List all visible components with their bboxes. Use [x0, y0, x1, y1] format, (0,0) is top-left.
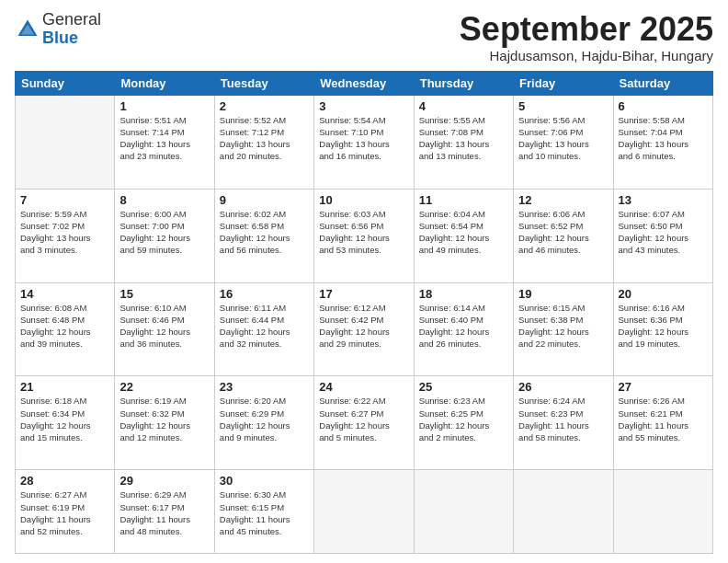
calendar-cell	[414, 470, 513, 554]
day-number: 12	[518, 193, 608, 207]
calendar-cell: 3Sunrise: 5:54 AM Sunset: 7:10 PM Daylig…	[314, 95, 414, 189]
day-number: 3	[319, 99, 408, 113]
day-info: Sunrise: 6:07 AM Sunset: 6:50 PM Dayligh…	[619, 208, 708, 257]
day-info: Sunrise: 6:12 AM Sunset: 6:42 PM Dayligh…	[319, 302, 408, 350]
calendar-week-row: 1Sunrise: 5:51 AM Sunset: 7:14 PM Daylig…	[16, 95, 713, 189]
day-info: Sunrise: 6:03 AM Sunset: 6:56 PM Dayligh…	[319, 208, 408, 257]
day-info: Sunrise: 6:00 AM Sunset: 7:00 PM Dayligh…	[119, 208, 209, 257]
month-title: September 2025	[460, 11, 713, 48]
day-number: 27	[619, 380, 708, 394]
calendar-cell: 16Sunrise: 6:11 AM Sunset: 6:44 PM Dayli…	[214, 282, 313, 376]
day-number: 11	[419, 193, 508, 207]
day-info: Sunrise: 6:27 AM Sunset: 6:19 PM Dayligh…	[20, 488, 109, 537]
day-number: 15	[119, 287, 209, 301]
calendar-cell: 15Sunrise: 6:10 AM Sunset: 6:46 PM Dayli…	[115, 282, 214, 376]
day-number: 26	[518, 380, 608, 394]
logo-blue: Blue	[42, 29, 78, 47]
day-number: 6	[619, 99, 708, 113]
day-info: Sunrise: 6:15 AM Sunset: 6:38 PM Dayligh…	[518, 302, 608, 350]
day-info: Sunrise: 6:29 AM Sunset: 6:17 PM Dayligh…	[119, 488, 209, 537]
day-number: 5	[518, 99, 608, 113]
calendar-cell	[613, 470, 712, 554]
day-number: 7	[20, 193, 109, 207]
day-info: Sunrise: 6:16 AM Sunset: 6:36 PM Dayligh…	[619, 302, 708, 350]
day-info: Sunrise: 6:06 AM Sunset: 6:52 PM Dayligh…	[518, 208, 608, 257]
weekday-header-sunday: Sunday	[16, 71, 115, 95]
weekday-header-wednesday: Wednesday	[314, 71, 414, 95]
day-number: 21	[20, 380, 109, 394]
day-info: Sunrise: 5:59 AM Sunset: 7:02 PM Dayligh…	[20, 208, 109, 257]
calendar-cell: 7Sunrise: 5:59 AM Sunset: 7:02 PM Daylig…	[16, 189, 115, 282]
day-number: 24	[319, 380, 408, 394]
calendar-cell: 1Sunrise: 5:51 AM Sunset: 7:14 PM Daylig…	[115, 95, 214, 189]
day-info: Sunrise: 6:22 AM Sunset: 6:27 PM Dayligh…	[319, 395, 408, 443]
calendar-cell: 19Sunrise: 6:15 AM Sunset: 6:38 PM Dayli…	[514, 282, 613, 376]
day-number: 10	[319, 193, 408, 207]
logo-general: General	[42, 10, 101, 29]
day-info: Sunrise: 6:24 AM Sunset: 6:23 PM Dayligh…	[518, 395, 608, 443]
day-number: 30	[220, 474, 309, 488]
calendar-week-row: 14Sunrise: 6:08 AM Sunset: 6:48 PM Dayli…	[16, 282, 713, 376]
calendar-cell: 14Sunrise: 6:08 AM Sunset: 6:48 PM Dayli…	[16, 282, 115, 376]
calendar-cell	[514, 470, 613, 554]
day-info: Sunrise: 5:58 AM Sunset: 7:04 PM Dayligh…	[619, 114, 708, 163]
day-number: 4	[419, 99, 508, 113]
day-info: Sunrise: 5:51 AM Sunset: 7:14 PM Dayligh…	[119, 114, 209, 163]
day-info: Sunrise: 6:11 AM Sunset: 6:44 PM Dayligh…	[220, 302, 309, 350]
calendar-cell: 13Sunrise: 6:07 AM Sunset: 6:50 PM Dayli…	[613, 189, 712, 282]
calendar-cell: 6Sunrise: 5:58 AM Sunset: 7:04 PM Daylig…	[613, 95, 712, 189]
calendar-cell: 2Sunrise: 5:52 AM Sunset: 7:12 PM Daylig…	[214, 95, 313, 189]
day-number: 23	[220, 380, 309, 394]
calendar-cell: 28Sunrise: 6:27 AM Sunset: 6:19 PM Dayli…	[16, 470, 115, 554]
calendar-table: SundayMondayTuesdayWednesdayThursdayFrid…	[15, 71, 713, 554]
weekday-header-tuesday: Tuesday	[214, 71, 313, 95]
calendar-cell	[314, 470, 414, 554]
weekday-header-thursday: Thursday	[414, 71, 513, 95]
day-info: Sunrise: 6:14 AM Sunset: 6:40 PM Dayligh…	[419, 302, 508, 350]
calendar-cell	[16, 95, 115, 189]
calendar-cell: 20Sunrise: 6:16 AM Sunset: 6:36 PM Dayli…	[613, 282, 712, 376]
day-info: Sunrise: 6:20 AM Sunset: 6:29 PM Dayligh…	[220, 395, 309, 443]
day-number: 28	[20, 474, 109, 488]
day-number: 1	[119, 99, 209, 113]
logo-text: General Blue	[42, 11, 101, 48]
calendar-cell: 12Sunrise: 6:06 AM Sunset: 6:52 PM Dayli…	[514, 189, 613, 282]
calendar-cell: 10Sunrise: 6:03 AM Sunset: 6:56 PM Dayli…	[314, 189, 414, 282]
calendar-week-row: 7Sunrise: 5:59 AM Sunset: 7:02 PM Daylig…	[16, 189, 713, 282]
day-number: 25	[419, 380, 508, 394]
logo-icon	[15, 17, 40, 42]
day-number: 17	[319, 287, 408, 301]
day-info: Sunrise: 6:30 AM Sunset: 6:15 PM Dayligh…	[220, 488, 309, 537]
calendar-page: General Blue September 2025 Hajdusamson,…	[0, 0, 728, 563]
weekday-header-monday: Monday	[115, 71, 214, 95]
calendar-cell: 4Sunrise: 5:55 AM Sunset: 7:08 PM Daylig…	[414, 95, 513, 189]
day-info: Sunrise: 6:18 AM Sunset: 6:34 PM Dayligh…	[20, 395, 109, 443]
weekday-header-row: SundayMondayTuesdayWednesdayThursdayFrid…	[16, 71, 713, 95]
logo-area: General Blue	[15, 11, 101, 48]
calendar-week-row: 28Sunrise: 6:27 AM Sunset: 6:19 PM Dayli…	[16, 470, 713, 554]
calendar-week-row: 21Sunrise: 6:18 AM Sunset: 6:34 PM Dayli…	[16, 376, 713, 470]
calendar-cell: 29Sunrise: 6:29 AM Sunset: 6:17 PM Dayli…	[115, 470, 214, 554]
day-info: Sunrise: 5:56 AM Sunset: 7:06 PM Dayligh…	[518, 114, 608, 163]
calendar-cell: 9Sunrise: 6:02 AM Sunset: 6:58 PM Daylig…	[214, 189, 313, 282]
day-number: 18	[419, 287, 508, 301]
calendar-cell: 11Sunrise: 6:04 AM Sunset: 6:54 PM Dayli…	[414, 189, 513, 282]
day-info: Sunrise: 6:04 AM Sunset: 6:54 PM Dayligh…	[419, 208, 508, 257]
day-number: 19	[518, 287, 608, 301]
day-info: Sunrise: 5:52 AM Sunset: 7:12 PM Dayligh…	[220, 114, 309, 163]
calendar-cell: 25Sunrise: 6:23 AM Sunset: 6:25 PM Dayli…	[414, 376, 513, 470]
calendar-cell: 8Sunrise: 6:00 AM Sunset: 7:00 PM Daylig…	[115, 189, 214, 282]
day-number: 16	[220, 287, 309, 301]
day-number: 2	[220, 99, 309, 113]
day-info: Sunrise: 5:55 AM Sunset: 7:08 PM Dayligh…	[419, 114, 508, 163]
day-info: Sunrise: 6:10 AM Sunset: 6:46 PM Dayligh…	[119, 302, 209, 350]
weekday-header-friday: Friday	[514, 71, 613, 95]
day-info: Sunrise: 6:08 AM Sunset: 6:48 PM Dayligh…	[20, 302, 109, 350]
calendar-cell: 27Sunrise: 6:26 AM Sunset: 6:21 PM Dayli…	[613, 376, 712, 470]
day-info: Sunrise: 6:26 AM Sunset: 6:21 PM Dayligh…	[619, 395, 708, 443]
day-number: 20	[619, 287, 708, 301]
day-number: 22	[119, 380, 209, 394]
calendar-cell: 21Sunrise: 6:18 AM Sunset: 6:34 PM Dayli…	[16, 376, 115, 470]
day-number: 8	[119, 193, 209, 207]
day-info: Sunrise: 5:54 AM Sunset: 7:10 PM Dayligh…	[319, 114, 408, 163]
